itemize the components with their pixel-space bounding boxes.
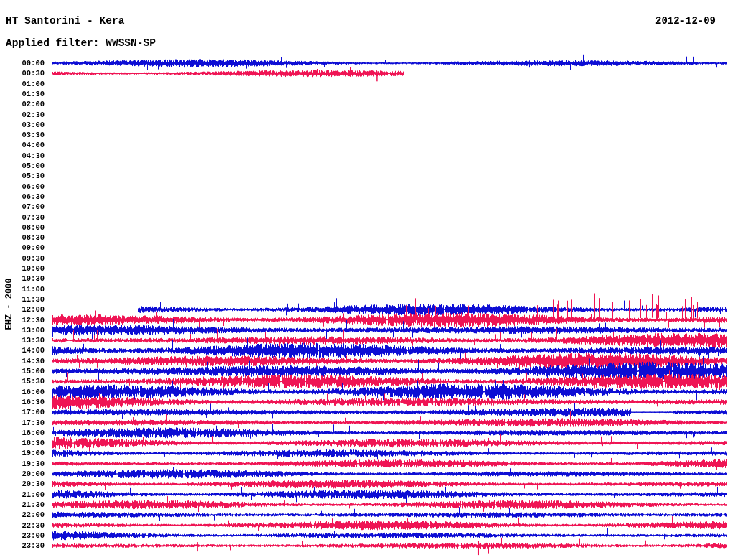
time-label-06:00: 06:00 xyxy=(0,183,45,190)
time-label-01:30: 01:30 xyxy=(0,90,45,98)
time-label-18:30: 18:30 xyxy=(0,439,45,447)
time-label-10:00: 10:00 xyxy=(0,265,45,272)
date-label: 2012-12-09 xyxy=(655,15,716,27)
time-label-03:30: 03:30 xyxy=(0,131,45,139)
time-label-21:30: 21:30 xyxy=(0,501,45,508)
seismogram-traces-canvas xyxy=(0,0,735,560)
time-label-02:30: 02:30 xyxy=(0,111,45,118)
time-label-04:30: 04:30 xyxy=(0,152,45,159)
page-title: HT Santorini - Kera xyxy=(6,15,124,27)
time-label-14:30: 14:30 xyxy=(0,358,45,365)
time-label-12:30: 12:30 xyxy=(0,317,45,324)
time-label-20:00: 20:00 xyxy=(0,470,45,477)
time-label-03:00: 03:00 xyxy=(0,121,45,129)
time-label-07:30: 07:30 xyxy=(0,214,45,221)
time-label-08:30: 08:30 xyxy=(0,234,45,241)
time-label-01:00: 01:00 xyxy=(0,80,45,88)
time-label-13:30: 13:30 xyxy=(0,337,45,344)
time-label-17:30: 17:30 xyxy=(0,419,45,426)
time-label-21:00: 21:00 xyxy=(0,491,45,498)
time-label-02:00: 02:00 xyxy=(0,101,45,108)
time-label-22:30: 22:30 xyxy=(0,522,45,529)
time-label-20:30: 20:30 xyxy=(0,480,45,487)
time-label-13:00: 13:00 xyxy=(0,327,45,334)
applied-filter-label: Applied filter: WWSSN-SP xyxy=(6,37,156,49)
time-label-16:00: 16:00 xyxy=(0,388,45,396)
time-label-07:00: 07:00 xyxy=(0,203,45,210)
time-label-14:00: 14:00 xyxy=(0,347,45,354)
time-label-15:30: 15:30 xyxy=(0,378,45,385)
time-label-06:30: 06:30 xyxy=(0,193,45,200)
time-label-19:00: 19:00 xyxy=(0,449,45,457)
time-label-09:30: 09:30 xyxy=(0,255,45,262)
time-label-10:30: 10:30 xyxy=(0,275,45,282)
time-label-00:30: 00:30 xyxy=(0,70,45,77)
time-label-22:00: 22:00 xyxy=(0,511,45,518)
time-label-23:00: 23:00 xyxy=(0,532,45,539)
time-label-12:00: 12:00 xyxy=(0,306,45,313)
time-label-05:30: 05:30 xyxy=(0,172,45,179)
time-label-15:00: 15:00 xyxy=(0,368,45,375)
time-label-19:30: 19:30 xyxy=(0,460,45,467)
time-label-00:00: 00:00 xyxy=(0,60,45,67)
time-label-23:30: 23:30 xyxy=(0,542,45,549)
time-label-18:00: 18:00 xyxy=(0,429,45,437)
time-label-08:00: 08:00 xyxy=(0,224,45,231)
time-label-17:00: 17:00 xyxy=(0,409,45,416)
time-label-04:00: 04:00 xyxy=(0,141,45,149)
helicorder-screen: HT Santorini - Kera 2012-12-09 Applied f… xyxy=(0,0,735,560)
time-label-11:00: 11:00 xyxy=(0,286,45,293)
time-label-05:00: 05:00 xyxy=(0,162,45,169)
time-label-11:30: 11:30 xyxy=(0,296,45,303)
time-label-09:00: 09:00 xyxy=(0,244,45,251)
time-label-16:30: 16:30 xyxy=(0,398,45,406)
